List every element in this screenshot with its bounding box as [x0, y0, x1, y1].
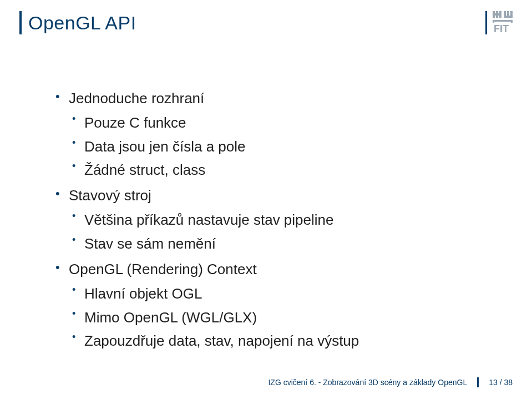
list-item: OpenGL (Rendering) Context Hlavní objekt…	[55, 258, 499, 352]
list-item-text: Stavový stroj	[69, 187, 151, 204]
footer-divider	[477, 377, 479, 387]
bullet-list: Jednoduche rozhraní Pouze C funkce Data …	[55, 87, 499, 352]
sub-list-item: Mimo OpenGL (WGL/GLX)	[69, 306, 499, 329]
footer-page-number: 13 / 38	[489, 378, 513, 387]
footer-text: IZG cvičení 6. - Zobrazování 3D scény a …	[268, 378, 467, 387]
list-item: Jednoduche rozhraní Pouze C funkce Data …	[55, 87, 499, 181]
list-item-text: Jednoduche rozhraní	[69, 90, 204, 107]
slide-footer: IZG cvičení 6. - Zobrazování 3D scény a …	[0, 377, 532, 387]
svg-text:FIT: FIT	[494, 23, 509, 34]
sub-list-item: Hlavní objekt OGL	[69, 282, 499, 305]
sub-list-item: Žádné struct, class	[69, 159, 499, 181]
sub-list-item: Zapouzdřuje data, stav, napojení na výst…	[69, 330, 499, 352]
logo-block: FIT	[485, 11, 513, 34]
title-accent-bar	[19, 11, 22, 34]
sub-list: Pouze C funkce Data jsou jen čísla a pol…	[69, 112, 499, 181]
sub-list: Hlavní objekt OGL Mimo OpenGL (WGL/GLX) …	[69, 282, 499, 352]
list-item-text: OpenGL (Rendering) Context	[69, 261, 257, 277]
title-block: OpenGL API	[19, 11, 136, 34]
sub-list-item: Data jsou jen čísla a pole	[69, 135, 499, 158]
svg-rect-10	[511, 20, 513, 23]
sub-list-item: Pouze C funkce	[69, 112, 499, 134]
svg-rect-8	[493, 20, 513, 22]
sub-list-item: Stav se sám nemění	[69, 233, 499, 255]
slide-content: Jednoduche rozhraní Pouze C funkce Data …	[0, 34, 532, 352]
svg-rect-7	[504, 16, 513, 18]
svg-rect-9	[493, 20, 494, 23]
sub-list-item: Většina příkazů nastavuje stav pipeline	[69, 209, 499, 231]
fit-logo-icon: FIT	[493, 11, 513, 34]
page-title: OpenGL API	[28, 12, 136, 34]
logo-accent-bar	[485, 11, 487, 34]
slide-header: OpenGL API FIT	[0, 0, 532, 34]
svg-rect-3	[493, 13, 501, 16]
sub-list: Většina příkazů nastavuje stav pipeline …	[69, 209, 499, 255]
list-item: Stavový stroj Většina příkazů nastavuje …	[55, 184, 499, 255]
